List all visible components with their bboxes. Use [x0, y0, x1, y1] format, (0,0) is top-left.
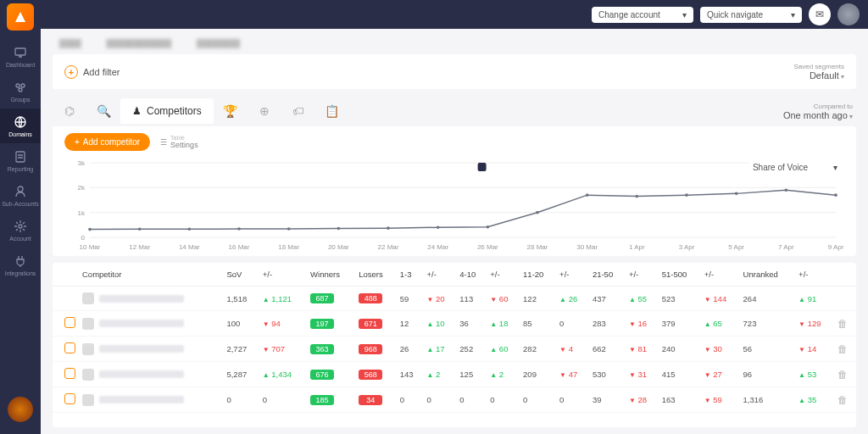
tab-target[interactable]: ⊕: [248, 96, 281, 126]
col-header[interactable]: Losers: [355, 263, 397, 287]
tab-notes[interactable]: 📋: [315, 96, 349, 126]
sidebar-item-label: Integrations: [5, 270, 36, 276]
svg-text:24 Mar: 24 Mar: [427, 243, 448, 251]
add-competitor-button[interactable]: + Add competitor: [64, 133, 150, 151]
tab-overview[interactable]: ⌬: [53, 96, 86, 126]
change-account-select[interactable]: Change account ▾: [592, 7, 693, 23]
table-settings-button[interactable]: ☰ Table Settings: [160, 135, 198, 149]
sidebar-item-domains[interactable]: Domains: [0, 108, 41, 143]
row-checkbox[interactable]: [64, 393, 75, 404]
svg-text:3k: 3k: [78, 159, 86, 167]
tab-search[interactable]: 🔍: [86, 96, 120, 126]
table-row: 100▼ 9419767112▲ 1036▲ 18850283▼ 16379▲ …: [53, 311, 856, 337]
chess-icon: ♟: [132, 105, 142, 117]
col-header[interactable]: Winners: [307, 263, 355, 287]
sidebar-item-groups[interactable]: Groups: [0, 74, 41, 108]
sidebar-item-dashboard[interactable]: Dashboard: [0, 39, 41, 74]
losers-badge: 671: [359, 319, 382, 329]
globe-icon: [13, 114, 28, 130]
col-header[interactable]: +/-: [259, 263, 307, 287]
quick-navigate-select[interactable]: Quick navigate ▾: [700, 7, 802, 23]
chevron-down-icon: ▾: [682, 10, 687, 19]
mascot-avatar[interactable]: [8, 397, 33, 422]
tab-strip: ⌬ 🔍 ♟ Competitors 🏆 ⊕ 🏷 📋: [53, 96, 349, 126]
row-checkbox[interactable]: [64, 342, 75, 353]
col-header[interactable]: 11-20: [520, 263, 556, 287]
svg-point-45: [785, 188, 788, 192]
svg-text:26 Mar: 26 Mar: [477, 243, 498, 251]
sidebar-item-label: Domains: [8, 131, 32, 137]
svg-point-33: [487, 225, 490, 229]
col-header[interactable]: 1-3: [397, 263, 424, 287]
app-logo[interactable]: [7, 3, 34, 31]
svg-point-1: [16, 84, 19, 87]
delete-icon[interactable]: 🗑: [837, 394, 848, 406]
table-row: 001853400000039▼ 28163▼ 591,316▲ 35🗑: [53, 387, 856, 413]
winners-badge: 185: [310, 395, 334, 405]
svg-point-31: [437, 225, 440, 229]
svg-point-47: [834, 193, 837, 197]
groups-icon: [13, 80, 28, 95]
col-header[interactable]: SoV: [223, 263, 259, 287]
svg-text:3 Apr: 3 Apr: [679, 243, 695, 251]
winners-badge: 687: [310, 293, 334, 303]
competitor-name: [99, 370, 184, 378]
sidebar-item-subaccounts[interactable]: Sub-Accounts: [0, 178, 41, 213]
col-header[interactable]: +/-: [556, 263, 589, 287]
tab-trophy[interactable]: 🏆: [214, 96, 248, 126]
tab-tag[interactable]: 🏷: [281, 96, 315, 126]
col-header[interactable]: 4-10: [456, 263, 487, 287]
delete-icon[interactable]: 🗑: [837, 318, 848, 330]
chevron-down-icon: ▾: [841, 73, 844, 81]
sidebar-item-reporting[interactable]: Reporting: [0, 143, 41, 178]
target-icon: ⊕: [259, 104, 270, 118]
col-header[interactable]: +/-: [487, 263, 520, 287]
sidebar-item-integrations[interactable]: Integrations: [0, 248, 41, 282]
losers-badge: 568: [359, 370, 382, 380]
chevron-down-icon: ▾: [791, 10, 795, 19]
col-header[interactable]: Competitor: [79, 263, 223, 287]
col-header[interactable]: +/-: [701, 263, 740, 287]
col-header[interactable]: 21-50: [589, 263, 626, 287]
svg-text:1 Apr: 1 Apr: [629, 243, 645, 251]
table-row: 2,727▼ 70736396826▲ 17252▲ 60282▼ 4662▼ …: [53, 337, 856, 362]
mail-button[interactable]: ✉: [809, 3, 831, 25]
svg-text:12 Mar: 12 Mar: [129, 243, 150, 251]
chevron-down-icon: ▾: [833, 163, 837, 172]
svg-point-23: [237, 227, 241, 231]
delete-icon[interactable]: 🗑: [837, 369, 848, 381]
chart-metric-select[interactable]: Share of Voice ▾: [749, 161, 841, 174]
saved-segments-select[interactable]: Saved segments Default ▾: [793, 63, 844, 81]
losers-badge: 488: [359, 293, 382, 303]
col-header[interactable]: +/-: [795, 263, 834, 287]
favicon-icon: [82, 343, 94, 355]
delete-icon[interactable]: 🗑: [837, 343, 848, 355]
col-header[interactable]: +/-: [424, 263, 457, 287]
sidebar-item-label: Groups: [11, 97, 31, 103]
svg-text:22 Mar: 22 Mar: [378, 243, 399, 251]
col-header[interactable]: 51-500: [659, 263, 701, 287]
competitors-table: CompetitorSoV+/-WinnersLosers1-3+/-4-10+…: [53, 263, 856, 427]
svg-point-2: [21, 84, 25, 87]
select-label: Quick navigate: [707, 10, 763, 19]
svg-point-37: [586, 193, 589, 197]
add-filter-button[interactable]: + Add filter: [64, 65, 120, 79]
svg-point-39: [636, 195, 639, 198]
user-avatar[interactable]: [837, 3, 860, 25]
svg-rect-5: [16, 152, 25, 162]
svg-text:1k: 1k: [78, 209, 86, 217]
col-header[interactable]: +/-: [626, 263, 659, 287]
row-checkbox[interactable]: [64, 368, 75, 379]
clipboard-icon: 📋: [325, 104, 339, 118]
col-header[interactable]: Unranked: [740, 263, 796, 287]
sidebar-item-account[interactable]: Account: [0, 213, 41, 248]
svg-point-43: [735, 192, 738, 196]
svg-point-41: [685, 193, 688, 197]
row-checkbox[interactable]: [64, 317, 75, 328]
mail-icon: ✉: [815, 8, 824, 20]
svg-point-25: [287, 227, 291, 231]
tab-competitors[interactable]: ♟ Competitors: [120, 98, 214, 124]
winners-badge: 197: [310, 319, 334, 329]
compared-to-select[interactable]: Compared to One month ago ▾: [783, 103, 856, 120]
sliders-icon: ☰: [160, 138, 167, 147]
